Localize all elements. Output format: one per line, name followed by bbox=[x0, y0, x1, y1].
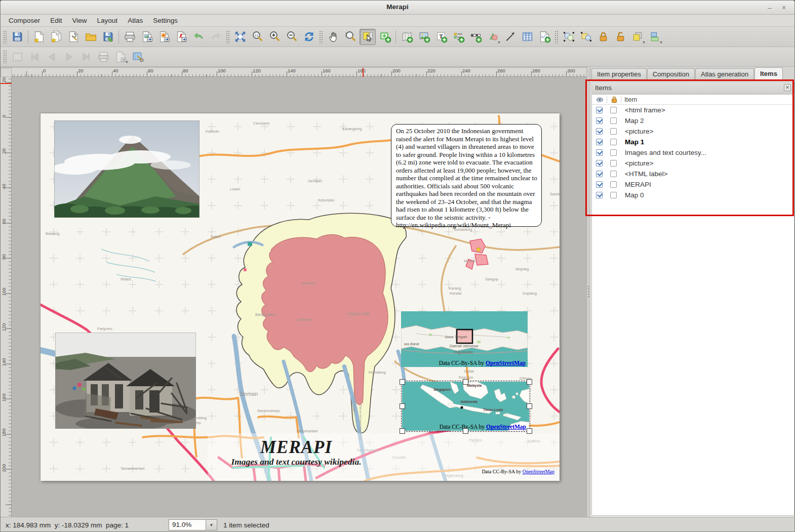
menu-settings[interactable]: Settings bbox=[148, 16, 183, 25]
lock-checkbox[interactable] bbox=[610, 181, 617, 188]
map-title-block[interactable]: MERAPI Images and text courtesy wikipedi… bbox=[208, 437, 385, 467]
redo-button[interactable] bbox=[208, 29, 224, 45]
lock-checkbox[interactable] bbox=[610, 128, 617, 135]
align-items-dropdown-arrow-icon[interactable]: ▼ bbox=[659, 40, 663, 44]
close-button[interactable]: × bbox=[778, 3, 789, 13]
selection-handle[interactable] bbox=[527, 428, 532, 434]
item-row[interactable]: Map 1 bbox=[592, 137, 794, 147]
html-label-item[interactable]: On 25 October 2010 the Indonesian govern… bbox=[391, 124, 542, 227]
ungroup-items-button[interactable] bbox=[578, 29, 594, 45]
selection-handle[interactable] bbox=[463, 428, 468, 434]
tab-composition[interactable]: Composition bbox=[647, 68, 695, 80]
visibility-checkbox[interactable] bbox=[596, 149, 603, 156]
destroyed-houses-photo-item[interactable] bbox=[55, 333, 196, 429]
add-shape-dropdown-arrow-icon[interactable]: ▼ bbox=[497, 40, 501, 44]
add-arrow-button[interactable] bbox=[502, 29, 518, 45]
lock-checkbox[interactable] bbox=[610, 139, 617, 145]
zoom-in-button[interactable] bbox=[266, 29, 283, 45]
zoom-dropdown-arrow-icon[interactable]: ▼ bbox=[206, 519, 217, 530]
composer-canvas[interactable]: CerosonoKaranglongKalibutoWanujoyoGenika… bbox=[12, 77, 586, 517]
menu-edit[interactable]: Edit bbox=[45, 16, 67, 25]
zoom-tool-button[interactable] bbox=[342, 29, 359, 45]
osm-link[interactable]: OpenStreetMap bbox=[486, 360, 526, 366]
java-inset-map-item[interactable]: Data CC-By-SA by OpenStreetMap wa BaratJ… bbox=[401, 311, 528, 367]
print-button[interactable] bbox=[122, 29, 138, 45]
raise-items-dropdown-arrow-icon[interactable]: ▼ bbox=[642, 40, 646, 44]
menu-atlas[interactable]: Atlas bbox=[123, 16, 148, 25]
toolbar-grip-handle[interactable] bbox=[3, 30, 7, 44]
align-items-button[interactable]: ▼ bbox=[647, 29, 663, 45]
add-scalebar-button[interactable] bbox=[467, 29, 484, 45]
last-feature-button[interactable] bbox=[78, 49, 94, 65]
lock-checkbox[interactable] bbox=[610, 160, 617, 167]
pan-button[interactable] bbox=[325, 29, 341, 45]
composition-page[interactable]: CerosonoKaranglongKalibutoWanujoyoGenika… bbox=[40, 113, 559, 480]
add-new-map-button[interactable] bbox=[399, 29, 415, 45]
preview-atlas-button[interactable] bbox=[9, 49, 25, 65]
select-move-item-button[interactable] bbox=[360, 29, 376, 45]
selection-handle[interactable] bbox=[463, 379, 468, 385]
toolbar-grip-handle[interactable] bbox=[3, 50, 7, 63]
tab-item-properties[interactable]: Item properties bbox=[591, 68, 647, 80]
item-row[interactable]: Map 2 bbox=[592, 115, 794, 126]
add-attribute-table-button[interactable] bbox=[519, 29, 535, 45]
export-as-svg-button[interactable] bbox=[156, 29, 172, 45]
item-row[interactable]: <html frame> bbox=[592, 105, 794, 115]
undo-button[interactable] bbox=[190, 29, 207, 45]
new-composition-button[interactable] bbox=[31, 29, 47, 45]
toolbar-grip-handle[interactable] bbox=[226, 30, 230, 44]
indonesia-inset-map-item[interactable]: Data CC-By-SA by OpenStreetMap Singapore… bbox=[402, 382, 529, 431]
item-row[interactable]: MERAPI bbox=[592, 179, 794, 190]
zoom-actual-size-button[interactable]: 1:1 bbox=[249, 29, 265, 45]
export-as-image-button[interactable] bbox=[139, 29, 155, 45]
atlas-settings-button[interactable] bbox=[130, 49, 146, 65]
lock-checkbox[interactable] bbox=[610, 192, 617, 198]
visibility-checkbox[interactable] bbox=[596, 117, 603, 124]
lock-checkbox[interactable] bbox=[610, 171, 617, 177]
lock-checkbox[interactable] bbox=[610, 107, 617, 113]
duplicate-composition-button[interactable] bbox=[48, 29, 64, 45]
zoom-out-button[interactable] bbox=[284, 29, 300, 45]
visibility-checkbox[interactable] bbox=[596, 171, 603, 177]
menu-composer[interactable]: Composer bbox=[4, 16, 45, 25]
zoom-level-value[interactable]: 91.0% bbox=[169, 519, 206, 530]
visibility-checkbox[interactable] bbox=[596, 128, 603, 135]
lock-items-button[interactable] bbox=[595, 29, 611, 45]
item-row[interactable]: <HTML label> bbox=[592, 169, 794, 179]
unlock-items-button[interactable] bbox=[612, 29, 628, 45]
print-atlas-button[interactable] bbox=[95, 49, 111, 65]
minimize-button[interactable]: – bbox=[764, 3, 775, 13]
export-atlas-dropdown-arrow-icon[interactable]: ▼ bbox=[125, 60, 129, 64]
add-legend-button[interactable] bbox=[450, 29, 466, 45]
move-item-content-button[interactable] bbox=[377, 29, 393, 45]
visibility-checkbox[interactable] bbox=[596, 139, 603, 145]
export-atlas-button[interactable]: ▼ bbox=[112, 49, 129, 65]
title-bar[interactable]: Merapi – × bbox=[1, 1, 794, 15]
item-row[interactable]: <picture> bbox=[592, 158, 794, 169]
zoom-full-button[interactable] bbox=[232, 29, 248, 45]
tab-atlas-generation[interactable]: Atlas generation bbox=[695, 68, 754, 80]
toolbar-grip-handle[interactable] bbox=[554, 30, 559, 44]
osm-link[interactable]: OpenStreetMap bbox=[523, 469, 554, 474]
save-as-template-button[interactable] bbox=[100, 29, 116, 45]
menu-layout[interactable]: Layout bbox=[92, 16, 123, 25]
menu-view[interactable]: View bbox=[67, 16, 92, 25]
next-feature-button[interactable] bbox=[61, 49, 77, 65]
selection-handle[interactable] bbox=[400, 403, 405, 409]
merapi-photo-item[interactable] bbox=[54, 120, 200, 218]
selection-handle[interactable] bbox=[400, 428, 405, 434]
tab-items[interactable]: Items bbox=[754, 67, 783, 80]
export-as-pdf-button[interactable] bbox=[173, 29, 189, 45]
add-label-button[interactable]: T bbox=[433, 29, 449, 45]
merapi-title-label[interactable]: MERAPI bbox=[208, 437, 385, 458]
item-row[interactable]: Images and text courtesy... bbox=[592, 147, 794, 158]
add-html-frame-button[interactable]: </> bbox=[536, 29, 552, 45]
selection-handle[interactable] bbox=[400, 379, 405, 385]
first-feature-button[interactable] bbox=[26, 49, 43, 65]
visibility-checkbox[interactable] bbox=[596, 181, 603, 188]
add-image-button[interactable] bbox=[416, 29, 432, 45]
group-items-button[interactable] bbox=[561, 29, 577, 45]
refresh-view-button[interactable] bbox=[301, 29, 317, 45]
previous-feature-button[interactable] bbox=[44, 49, 60, 65]
item-row[interactable]: Map 0 bbox=[592, 190, 794, 200]
